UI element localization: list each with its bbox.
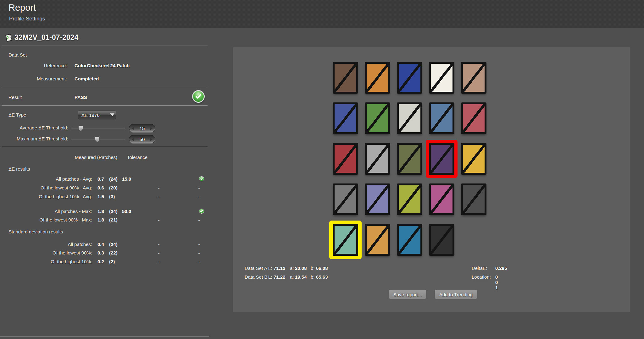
section-title: ΔE results <box>8 166 30 172</box>
max-threshold-slider[interactable] <box>71 136 125 142</box>
result-row: Of the lowest 90%:0.3(22)-- <box>0 250 214 256</box>
tolerance-value: - <box>154 185 164 190</box>
color-patch[interactable] <box>365 224 390 256</box>
data-set-a-label: Data Set A <box>245 265 267 271</box>
data-set-b-label: Data Set B <box>245 274 268 280</box>
page-title: Report <box>8 3 36 13</box>
tolerance-value: 15.0 <box>122 176 131 182</box>
result-row-label: All patches - Max: <box>0 209 92 214</box>
measured-count: (20) <box>109 185 118 190</box>
location-label: Location: <box>472 274 491 280</box>
color-patch-selected-yellow[interactable] <box>333 224 358 256</box>
result-row: Of the highest 10% - Avg:1.5(3)-- <box>0 194 214 200</box>
max-threshold-label: Maximum ΔE Threshold: <box>0 136 68 141</box>
save-report-button[interactable]: Save report... <box>389 290 426 299</box>
status-cell: - <box>193 185 205 190</box>
color-patch[interactable] <box>461 143 486 175</box>
b-label: b: <box>311 274 315 280</box>
result-row: All patches - Avg:0.7(24)15.0 <box>0 176 214 183</box>
result-value: PASS <box>75 95 87 100</box>
color-patch[interactable] <box>461 62 486 94</box>
measured-count: (24) <box>109 242 118 247</box>
measured-value: 0.3 <box>97 250 104 255</box>
measured-value: 1.8 <box>97 217 104 222</box>
color-patch[interactable] <box>397 183 422 215</box>
measured-value: 1.5 <box>97 194 104 199</box>
color-patch[interactable] <box>461 102 486 134</box>
measured-value: 0.6 <box>97 185 104 190</box>
l-value: 71.12 <box>274 265 286 271</box>
a-value: 19.54 <box>295 274 307 280</box>
color-patch[interactable] <box>429 183 454 215</box>
color-patch[interactable] <box>333 143 358 175</box>
status-cell: - <box>193 242 205 247</box>
color-patch[interactable] <box>333 183 358 215</box>
status-cell: - <box>193 194 205 199</box>
header-bar: Report Profile Settings <box>0 0 644 28</box>
color-patch[interactable] <box>429 62 454 94</box>
color-patch[interactable] <box>429 102 454 134</box>
color-checker-grid <box>333 62 486 256</box>
result-row: Of the lowest 90% - Avg:0.6(20)-- <box>0 185 214 191</box>
b-value: 66.08 <box>316 265 328 271</box>
patch-report-panel: Data Set A L: 71.12 a: 20.08 b: 66.08 Da… <box>233 47 630 312</box>
slider-thumb[interactable] <box>78 125 83 131</box>
triangle-right-icon[interactable] <box>150 138 153 141</box>
tolerance-value: - <box>154 194 164 199</box>
color-patch[interactable] <box>397 224 422 256</box>
avg-threshold-label: Average ΔE Threshold: <box>0 125 68 130</box>
avg-threshold-spinner[interactable]: 15 <box>129 124 155 132</box>
b-label: b: <box>311 265 315 271</box>
location-value: 0 0 1 <box>495 274 498 290</box>
result-row: Of the lowest 90% - Max:1.8(21)-- <box>0 217 214 223</box>
delta-e-type-dropdown[interactable]: ΔE 1976 <box>78 111 116 119</box>
location-row: Location: 0 0 1 <box>472 274 491 280</box>
color-patch[interactable] <box>461 183 486 215</box>
l-label: L: <box>268 274 272 280</box>
color-patch[interactable] <box>429 224 454 256</box>
color-patch[interactable] <box>365 62 390 94</box>
avg-threshold-slider[interactable] <box>71 125 125 131</box>
measured-count: (24) <box>109 176 118 182</box>
color-patch[interactable] <box>397 102 422 134</box>
divider <box>2 87 208 87</box>
color-patch[interactable] <box>333 62 358 94</box>
report-window: Report Profile Settings 32M2V_01-07-2024… <box>0 0 644 339</box>
tolerance-value: - <box>154 250 164 255</box>
max-threshold-spinner[interactable]: 50 <box>129 135 155 143</box>
color-patch[interactable] <box>365 143 390 175</box>
color-patch[interactable] <box>365 102 390 134</box>
chevron-down-icon <box>110 113 114 116</box>
result-row: All patches:0.4(24)-- <box>0 242 214 248</box>
data-set-a-row: Data Set A L: 71.12 a: 20.08 b: 66.08 <box>245 265 267 271</box>
b-value: 65.63 <box>316 274 328 280</box>
color-patch[interactable] <box>333 102 358 134</box>
result-label: Result <box>8 95 22 100</box>
status-cell: - <box>193 259 205 264</box>
color-patch[interactable] <box>397 62 422 94</box>
l-value: 71.22 <box>274 274 286 280</box>
divider <box>0 336 209 336</box>
report-name: 32M2V_01-07-2024 <box>14 33 78 42</box>
a-value: 20.08 <box>295 265 307 271</box>
a-label: a: <box>290 274 294 280</box>
add-to-trending-button[interactable]: Add to Trending <box>435 290 477 299</box>
color-patch[interactable] <box>397 143 422 175</box>
status-cell: - <box>193 217 205 222</box>
tolerance-value: - <box>154 217 164 222</box>
divider <box>2 146 208 147</box>
report-notebook-icon <box>4 33 14 42</box>
slider-thumb[interactable] <box>95 136 100 142</box>
divider <box>2 105 208 106</box>
column-header-tolerance: Tolerance <box>127 155 147 160</box>
a-label: a: <box>290 265 294 271</box>
triangle-right-icon[interactable] <box>150 127 153 130</box>
data-set-section-label: Data Set <box>8 52 27 57</box>
color-patch[interactable] <box>365 183 390 215</box>
measurement-value: Completed <box>75 76 99 81</box>
color-patch-selected-red[interactable] <box>429 143 454 175</box>
delta-e-label: DeltaE: <box>472 265 487 271</box>
result-row-label: Of the lowest 90% - Avg: <box>0 185 92 190</box>
measured-count: (22) <box>109 250 118 255</box>
delta-e-type-selected: ΔE 1976 <box>81 112 100 118</box>
